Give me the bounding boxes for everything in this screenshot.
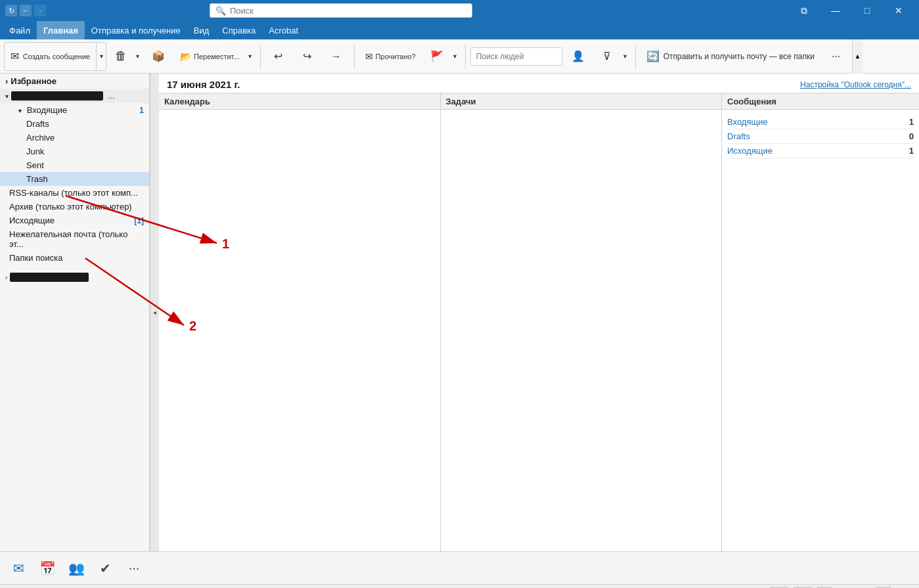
- search-box[interactable]: 🔍: [210, 3, 472, 18]
- toolbar-sep1: [260, 45, 261, 68]
- delete-dropdown-btn[interactable]: ▾: [132, 42, 143, 71]
- sidebar-item-junk2[interactable]: Нежелательная почта (только эт...: [0, 227, 149, 251]
- nav-calendar-btn[interactable]: 📅: [34, 555, 60, 581]
- forward-btn-title[interactable]: ›: [34, 5, 46, 16]
- send-receive-btn[interactable]: 🔄 Отправить и получить почту — все папки: [640, 42, 820, 71]
- account1-header[interactable]: ▾ ...: [0, 89, 149, 103]
- menu-help[interactable]: Справка: [215, 21, 262, 39]
- flag-dropdown-btn[interactable]: ▾: [450, 42, 460, 71]
- messages-panel-label: Сообщения: [727, 97, 776, 106]
- title-bar-controls: ↻ ← ›: [5, 5, 46, 16]
- nav-more-btn[interactable]: ···: [121, 555, 147, 581]
- move-btn[interactable]: 📂 Переместит...: [174, 42, 245, 71]
- msg-drafts-link[interactable]: Drafts: [727, 131, 750, 141]
- filter-dropdown-btn[interactable]: ▾: [620, 42, 631, 71]
- account2-header[interactable]: ›: [0, 270, 149, 284]
- sidebar-item-outbox[interactable]: Исходящие [1]: [0, 214, 149, 227]
- mark-read-icon: ✉: [365, 51, 373, 62]
- junk-label: Junk: [26, 147, 44, 156]
- chevron-down-icon-acct1: ▾: [5, 93, 9, 100]
- search-icon: 🔍: [215, 6, 226, 16]
- archive-icon: 📦: [152, 50, 165, 62]
- new-message-btn[interactable]: ✉ Создать сообщение: [4, 42, 96, 71]
- nav-mail-btn[interactable]: ✉: [5, 555, 32, 581]
- mark-read-label: Прочитано?: [376, 53, 416, 60]
- sidebar-item-search-folders[interactable]: Папки поиска: [0, 251, 149, 265]
- filter-icon: ⊽: [603, 50, 611, 62]
- redo-icon: ↪: [303, 50, 311, 62]
- mark-read-btn[interactable]: ✉ Прочитано?: [359, 42, 421, 71]
- sidebar-item-local-archive[interactable]: Архив (только этот компьютер): [0, 200, 149, 214]
- sidebar-wrapper: › Избранное ▾ ... ▾ Входящие 1 Drafts: [0, 74, 159, 551]
- msg-row-inbox: Входящие 1: [727, 115, 914, 129]
- toolbar-sep3: [465, 45, 466, 68]
- maximize-window-btn[interactable]: □: [852, 0, 882, 21]
- filter-group: ⊽ ▾: [594, 42, 631, 71]
- sidebar-item-inbox[interactable]: ▾ Входящие 1: [0, 103, 149, 117]
- contact-card-btn[interactable]: 👤: [565, 42, 591, 71]
- delete-btn[interactable]: 🗑: [109, 42, 132, 71]
- drafts-label: Drafts: [26, 119, 49, 129]
- sidebar: › Избранное ▾ ... ▾ Входящие 1 Drafts: [0, 74, 150, 551]
- archive-btn[interactable]: 📦: [145, 42, 171, 71]
- toolbar-sep4: [635, 45, 636, 68]
- search-input[interactable]: [230, 6, 466, 16]
- search-people-input[interactable]: [470, 47, 562, 66]
- sidebar-item-trash[interactable]: Trash: [0, 172, 149, 186]
- filter-btn[interactable]: ⊽: [594, 42, 620, 71]
- flag-icon: 🚩: [430, 50, 443, 62]
- more-toolbar-btn[interactable]: ···: [823, 42, 849, 71]
- redo-btn[interactable]: ↪: [294, 42, 321, 71]
- nav-contacts-btn[interactable]: 👥: [63, 555, 89, 581]
- sidebar-toggle-btn[interactable]: ◂: [150, 74, 159, 551]
- favorites-group-header[interactable]: › Избранное: [0, 74, 149, 89]
- forward-btn[interactable]: →: [323, 42, 349, 71]
- chevron-down-icon: ›: [5, 76, 8, 86]
- sidebar-item-junk[interactable]: Junk: [0, 145, 149, 158]
- minimize-window-btn[interactable]: —: [820, 0, 851, 21]
- trash-label: Trash: [26, 174, 48, 184]
- menu-view[interactable]: Вид: [187, 21, 216, 39]
- msg-outbox-link[interactable]: Исходящие: [727, 146, 773, 156]
- content-date: 17 июня 2021 г.: [167, 79, 240, 90]
- menu-file[interactable]: Файл: [3, 21, 37, 39]
- undo-btn[interactable]: ↩: [265, 42, 292, 71]
- toolbar-collapse-btn[interactable]: ▲: [852, 39, 863, 74]
- toolbar: ✉ Создать сообщение ▾ 🗑 ▾ 📦 📂 Переместит…: [0, 39, 919, 74]
- sidebar-item-drafts[interactable]: Drafts: [0, 117, 149, 131]
- sidebar-item-archive[interactable]: Archive: [0, 131, 149, 145]
- flag-btn[interactable]: 🚩: [424, 42, 450, 71]
- new-message-dropdown-btn[interactable]: ▾: [96, 42, 106, 71]
- delete-group: 🗑 ▾: [109, 42, 143, 71]
- sidebar-item-rss[interactable]: RSS-каналы (только этот комп...: [0, 186, 149, 200]
- send-receive-icon: 🔄: [646, 50, 660, 62]
- calendar-panel: Календарь: [159, 94, 441, 551]
- main-container: › Избранное ▾ ... ▾ Входящие 1 Drafts: [0, 74, 919, 551]
- sidebar-item-sent[interactable]: Sent: [0, 158, 149, 172]
- msg-row-drafts: Drafts 0: [727, 129, 914, 144]
- outbox-label: Исходящие: [9, 215, 55, 225]
- settings-link[interactable]: Настройка "Outlook сегодня"...: [800, 80, 911, 89]
- restore-window-btn[interactable]: ⧉: [789, 0, 819, 21]
- move-label: Переместит...: [194, 53, 240, 60]
- inbox-badge: 1: [139, 106, 144, 115]
- back-btn[interactable]: ←: [20, 5, 32, 16]
- menu-send-receive[interactable]: Отправка и получение: [85, 21, 187, 39]
- tasks-panel-header: Задачи: [441, 94, 722, 110]
- msg-inbox-link[interactable]: Входящие: [727, 117, 768, 127]
- outbox-badge: [1]: [134, 216, 144, 225]
- menu-home[interactable]: Главная: [37, 21, 85, 39]
- move-icon: 📂: [180, 51, 191, 62]
- nav-tasks-btn[interactable]: ✔: [92, 555, 118, 581]
- close-window-btn[interactable]: ✕: [884, 0, 914, 21]
- menu-acrobat[interactable]: Acrobat: [262, 21, 305, 39]
- three-panel: Календарь Задачи Сообщения Входящие: [159, 93, 919, 551]
- contacts-icon: 👥: [68, 560, 85, 576]
- chevron-down-icon-inbox: ▾: [18, 107, 22, 114]
- content-header: 17 июня 2021 г. Настройка "Outlook сегод…: [159, 74, 919, 93]
- status-bar: Готово Подключено ⊞ ≡ − + 100%: [0, 584, 919, 588]
- archive-label: Archive: [26, 133, 55, 143]
- move-dropdown-btn[interactable]: ▾: [245, 42, 256, 71]
- refresh-btn[interactable]: ↻: [5, 5, 17, 16]
- new-message-icon: ✉: [11, 50, 19, 62]
